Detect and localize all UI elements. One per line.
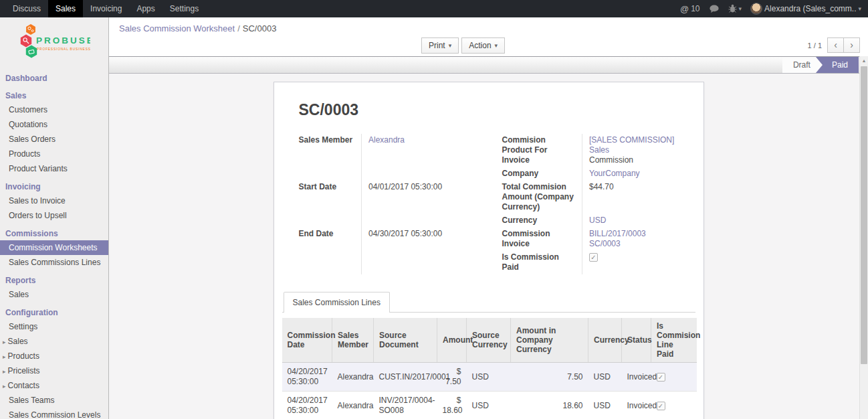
cell-source-document: INV/2017/0004-SO008 bbox=[374, 392, 437, 419]
tab-sales-commission-lines[interactable]: Sales Commission Lines bbox=[284, 292, 390, 313]
expand-icon[interactable]: ▸ bbox=[3, 383, 6, 390]
sheet-header: SC/0003 Sales Member Alexandra Start Dat… bbox=[274, 101, 703, 274]
sidebar-item-product-variants[interactable]: Product Variants bbox=[0, 161, 108, 176]
sidebar-item-sales-commissions-lines[interactable]: Sales Commissions Lines bbox=[0, 255, 108, 270]
content-area: SC/0003 Sales Member Alexandra Start Dat… bbox=[109, 74, 868, 419]
logo-brand-text: PROBUSE bbox=[36, 35, 90, 46]
cell-amount: $ 18.60 bbox=[437, 392, 467, 419]
commission-product-label: Commision Product For Invoice bbox=[502, 134, 582, 167]
menu-settings[interactable]: Settings bbox=[162, 0, 206, 17]
print-button[interactable]: Print ▾ bbox=[421, 37, 459, 54]
sales-member-value-link[interactable]: Alexandra bbox=[368, 135, 405, 145]
sidebar-section-commissions[interactable]: Commissions bbox=[0, 227, 108, 240]
scroll-up-icon[interactable]: ▲ bbox=[860, 56, 868, 66]
currency-value-link[interactable]: USD bbox=[589, 216, 606, 225]
top-menu-list: Discuss Sales Invoicing Apps Settings bbox=[0, 0, 206, 17]
sidebar-item-orders-to-upsell[interactable]: Orders to Upsell bbox=[0, 208, 108, 223]
start-date-value[interactable]: 04/01/2017 05:30:00 bbox=[362, 181, 475, 228]
debug-menu-button[interactable]: ▾ bbox=[728, 4, 742, 13]
expand-icon[interactable]: ▸ bbox=[3, 368, 6, 375]
sidebar-item-config-products[interactable]: ▸Products bbox=[0, 349, 108, 363]
chevron-down-icon: ▾ bbox=[495, 42, 498, 49]
col-source-document[interactable]: Source Document bbox=[374, 318, 437, 363]
sidebar-item-reports-sales[interactable]: Sales bbox=[0, 287, 108, 302]
scrollbar-thumb[interactable] bbox=[861, 66, 867, 364]
col-amount[interactable]: Amount bbox=[437, 318, 467, 363]
sidebar-item-config-contacts[interactable]: ▸Contacts bbox=[0, 378, 108, 393]
action-button[interactable]: Action ▾ bbox=[461, 37, 505, 54]
statusbar: Draft Paid bbox=[109, 56, 868, 74]
commission-lines-table: Commission Date Sales Member Source Docu… bbox=[282, 318, 697, 419]
sidebar-item-dashboard[interactable]: Dashboard bbox=[0, 72, 108, 85]
sidebar-section-sales[interactable]: Sales bbox=[0, 89, 108, 102]
is-commission-paid-label: Is Commission Paid bbox=[502, 251, 582, 274]
sidebar-item-sales-teams[interactable]: Sales Teams bbox=[0, 393, 108, 408]
sidebar-item-customers[interactable]: Customers bbox=[0, 102, 108, 117]
col-sales-member[interactable]: Sales Member bbox=[332, 318, 374, 363]
pager-previous-button[interactable]: ‹ bbox=[827, 37, 844, 53]
vertical-scrollbar[interactable]: ▲ bbox=[859, 56, 868, 419]
table-row[interactable]: 04/20/2017 05:30:00 Alexandra CUST.IN/20… bbox=[282, 363, 697, 392]
print-button-label: Print bbox=[429, 41, 445, 50]
sidebar-section-invoicing[interactable]: Invoicing bbox=[0, 180, 108, 193]
commission-invoice-value-link[interactable]: BILL/2017/0003 SC/0003 bbox=[589, 229, 646, 248]
cell-amount-company: 18.60 bbox=[511, 392, 588, 419]
messages-button[interactable] bbox=[709, 5, 720, 13]
line-paid-checkbox[interactable]: ✓ bbox=[657, 402, 665, 410]
sidebar-item-label: Products bbox=[8, 351, 39, 361]
probuse-logo[interactable]: PROBUSE PROFESSIONAL BUSINESS bbox=[0, 17, 108, 68]
cell-source-document: CUST.IN/2017/0001 bbox=[374, 363, 437, 392]
menu-sales[interactable]: Sales bbox=[48, 0, 83, 17]
sidebar-item-settings[interactable]: Settings bbox=[0, 319, 108, 334]
col-amount-company-currency[interactable]: Amount in Company Currency bbox=[511, 318, 588, 363]
expand-icon[interactable]: ▸ bbox=[3, 353, 6, 360]
activities-button[interactable]: @ 10 bbox=[680, 4, 700, 14]
sidebar-item-commission-worksheets[interactable]: Commission Worksheets bbox=[0, 240, 108, 255]
col-source-currency[interactable]: Source Currency bbox=[467, 318, 511, 363]
table-row[interactable]: 04/20/2017 05:30:00 Alexandra INV/2017/0… bbox=[282, 392, 697, 419]
sidebar-item-sales-orders[interactable]: Sales Orders bbox=[0, 132, 108, 147]
activities-icon: @ bbox=[680, 4, 689, 14]
sidebar-section-reports[interactable]: Reports bbox=[0, 274, 108, 287]
record-pager: 1 / 1 ‹ › bbox=[808, 37, 860, 53]
col-is-commission-line-paid[interactable]: Is Commision Line Paid bbox=[651, 318, 697, 363]
menu-apps[interactable]: Apps bbox=[129, 0, 162, 17]
user-menu-button[interactable]: Alexandra (Sales_comm.. ▾ bbox=[750, 3, 861, 15]
pager-next-button[interactable]: › bbox=[843, 37, 860, 53]
field-commission-product: Commision Product For Invoice [SALES COM… bbox=[502, 134, 679, 167]
field-sales-member: Sales Member Alexandra bbox=[299, 134, 475, 181]
col-currency[interactable]: Currency bbox=[588, 318, 622, 363]
line-paid-checkbox[interactable]: ✓ bbox=[657, 373, 665, 382]
sidebar-section-configuration[interactable]: Configuration bbox=[0, 306, 108, 319]
sidebar-item-quotations[interactable]: Quotations bbox=[0, 117, 108, 132]
stage-draft[interactable]: Draft bbox=[782, 57, 823, 73]
sidebar-item-config-sales[interactable]: ▸Sales bbox=[0, 334, 108, 349]
cell-currency: USD bbox=[588, 392, 622, 419]
field-group-right: Commision Product For Invoice [SALES COM… bbox=[502, 134, 679, 274]
user-name: Alexandra (Sales_comm.. bbox=[764, 4, 856, 13]
sidebar-item-sales-commission-levels[interactable]: Sales Commission Levels bbox=[0, 408, 108, 419]
avatar bbox=[750, 3, 762, 15]
action-buttons: Print ▾ Action ▾ bbox=[421, 37, 505, 54]
expand-icon[interactable]: ▸ bbox=[3, 339, 6, 345]
main-panel: Sales Commission Worksheet/SC/0003 Print… bbox=[109, 17, 868, 419]
systray: @ 10 ▾ Alexandra (Sales_comm.. ▾ bbox=[680, 0, 868, 17]
is-commission-paid-checkbox[interactable]: ✓ bbox=[589, 253, 598, 262]
sidebar-item-sales-to-invoice[interactable]: Sales to Invoice bbox=[0, 193, 108, 208]
commission-product-value-link[interactable]: [SALES COMMISSION] Sales bbox=[589, 135, 674, 155]
sidebar-item-label: Contacts bbox=[8, 381, 39, 390]
menu-invoicing[interactable]: Invoicing bbox=[83, 0, 129, 17]
company-value-link[interactable]: YourCompany bbox=[589, 169, 640, 178]
tab-row: Sales Commission Lines bbox=[282, 292, 695, 313]
cell-line-paid: ✓ bbox=[651, 392, 697, 419]
total-commission-value: $44.70 bbox=[582, 181, 679, 214]
menu-discuss[interactable]: Discuss bbox=[5, 0, 48, 17]
end-date-value[interactable]: 04/30/2017 05:30:00 bbox=[362, 228, 475, 274]
breadcrumb-parent-link[interactable]: Sales Commission Worksheet bbox=[119, 23, 235, 33]
sidebar-item-config-pricelists[interactable]: ▸Pricelists bbox=[0, 363, 108, 378]
sidebar-item-products[interactable]: Products bbox=[0, 147, 108, 161]
cell-source-currency: USD bbox=[467, 363, 511, 392]
cell-commission-date: 04/20/2017 05:30:00 bbox=[282, 363, 332, 392]
pager-buttons: ‹ › bbox=[827, 37, 860, 53]
col-commission-date[interactable]: Commission Date bbox=[282, 318, 332, 363]
